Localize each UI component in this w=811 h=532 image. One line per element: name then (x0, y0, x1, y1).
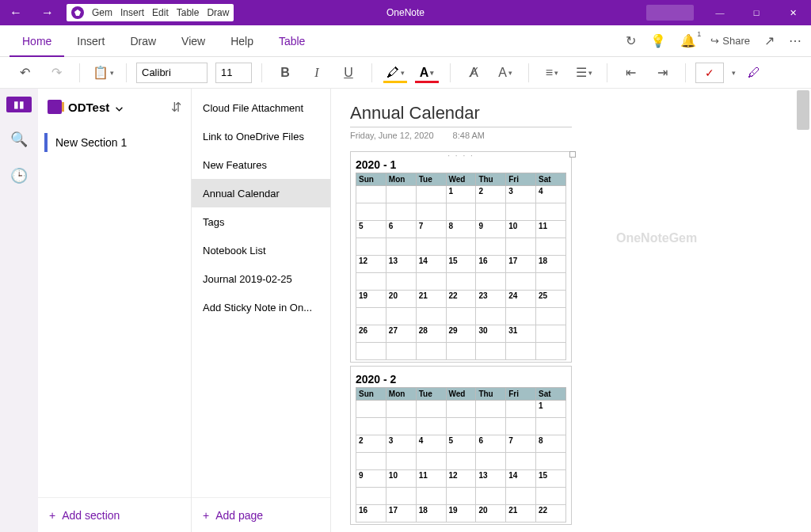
calendar-cell[interactable] (536, 453, 566, 470)
calendar-cell[interactable]: 28 (416, 325, 446, 343)
calendar-cell[interactable]: 5 (446, 435, 476, 453)
calendar-cell[interactable]: 24 (506, 291, 536, 308)
notebook-picker[interactable]: ODTest ⌵ (48, 100, 123, 114)
font-name-input[interactable] (136, 63, 208, 83)
calendar-cell[interactable]: 18 (536, 256, 566, 273)
clear-format-button[interactable]: A̸ (460, 61, 487, 85)
calendar-cell[interactable] (386, 401, 416, 418)
calendar-cell[interactable]: 31 (506, 325, 536, 343)
underline-button[interactable]: U (335, 61, 362, 85)
calendar-cell[interactable]: 27 (386, 325, 416, 343)
calendar-cell[interactable]: 13 (386, 256, 416, 273)
gem-menu-draw[interactable]: Draw (207, 7, 229, 18)
forward-button[interactable]: → (32, 0, 63, 25)
page-canvas[interactable]: OneNoteGem Annual Calendar Friday, June … (331, 89, 811, 532)
calendar-cell[interactable]: 3 (506, 186, 536, 203)
calendar-cell[interactable]: 7 (416, 221, 446, 238)
indent-button[interactable]: ⇥ (649, 61, 676, 85)
calendar-cell[interactable]: 16 (356, 505, 386, 522)
page-title[interactable]: Annual Calendar (350, 103, 792, 127)
calendar-cell[interactable] (356, 401, 386, 418)
lightbulb-icon[interactable]: 💡 (650, 33, 666, 48)
calendar-cell[interactable]: 7 (506, 435, 536, 453)
calendar-cell[interactable] (476, 343, 506, 360)
calendar-cell[interactable] (536, 325, 566, 343)
calendar-cell[interactable] (386, 238, 416, 256)
bold-button[interactable]: B (272, 61, 299, 85)
calendar-cell[interactable] (506, 401, 536, 418)
back-button[interactable]: ← (0, 0, 32, 25)
calendar-cell[interactable] (416, 453, 446, 470)
calendar-cell[interactable]: 17 (506, 256, 536, 273)
todo-dropdown[interactable]: ▾ (732, 69, 736, 77)
calendar-cell[interactable] (506, 238, 536, 256)
scrollbar-thumb[interactable] (797, 90, 809, 130)
fullscreen-icon[interactable]: ↗ (764, 33, 775, 48)
calendar-cell[interactable] (386, 308, 416, 325)
calendar-cell[interactable] (506, 418, 536, 435)
calendar-cell[interactable]: 4 (536, 186, 566, 203)
calendar-cell[interactable] (356, 238, 386, 256)
calendar-cell[interactable] (416, 308, 446, 325)
calendar-cell[interactable]: 13 (476, 470, 506, 488)
calendar-cell[interactable]: 10 (386, 470, 416, 488)
tab-draw[interactable]: Draw (117, 25, 169, 57)
calendar-cell[interactable] (446, 238, 476, 256)
calendar-cell[interactable] (356, 186, 386, 203)
calendar-cell[interactable]: 20 (476, 505, 506, 522)
maximize-button[interactable]: □ (738, 0, 775, 25)
calendar-cell[interactable] (386, 418, 416, 435)
gem-menu-edit[interactable]: Edit (152, 7, 169, 18)
calendar-cell[interactable]: 10 (506, 221, 536, 238)
calendar-cell[interactable] (476, 418, 506, 435)
calendar-cell[interactable] (476, 453, 506, 470)
calendar-cell[interactable] (446, 401, 476, 418)
calendar-cell[interactable] (506, 308, 536, 325)
styles-button[interactable]: A▾ (492, 61, 519, 85)
gem-menu-insert[interactable]: Insert (120, 7, 144, 18)
calendar-cell[interactable] (356, 453, 386, 470)
todo-tag-button[interactable]: ✓ (695, 63, 724, 83)
gem-menu-table[interactable]: Table (177, 7, 200, 18)
container-grip[interactable]: · · · · (447, 151, 474, 160)
calendar-cell[interactable] (386, 203, 416, 221)
calendar-cell[interactable]: 12 (356, 256, 386, 273)
calendar-cell[interactable]: 22 (446, 291, 476, 308)
calendar-cell[interactable] (386, 273, 416, 291)
calendar-cell[interactable] (356, 488, 386, 505)
page-item[interactable]: Annual Calendar (192, 179, 330, 207)
calendar-cell[interactable] (476, 203, 506, 221)
calendar-cell[interactable] (356, 273, 386, 291)
bell-icon[interactable]: 🔔1 (680, 33, 696, 48)
calendar-cell[interactable]: 9 (356, 470, 386, 488)
outdent-button[interactable]: ⇤ (617, 61, 644, 85)
page-item[interactable]: Notebook List (192, 236, 330, 264)
calendar-cell[interactable] (536, 343, 566, 360)
close-button[interactable]: ✕ (775, 0, 811, 25)
calendar-cell[interactable]: 2 (476, 186, 506, 203)
notebooks-icon[interactable]: ▮▮ (6, 97, 32, 112)
calendar-container[interactable]: 2020 - 2SunMonTueWedThuFriSat12345678910… (350, 366, 572, 525)
calendar-cell[interactable]: 12 (446, 470, 476, 488)
highlight-button[interactable]: 🖍▾ (382, 61, 409, 85)
calendar-cell[interactable]: 29 (446, 325, 476, 343)
container-anchor[interactable] (569, 151, 576, 158)
calendar-cell[interactable]: 21 (506, 505, 536, 522)
calendar-cell[interactable]: 14 (416, 256, 446, 273)
calendar-cell[interactable] (506, 273, 536, 291)
calendar-table[interactable]: SunMonTueWedThuFriSat1234567891011121314… (356, 387, 566, 522)
calendar-cell[interactable] (536, 203, 566, 221)
calendar-cell[interactable] (416, 488, 446, 505)
calendar-cell[interactable]: 8 (446, 221, 476, 238)
calendar-cell[interactable]: 11 (536, 221, 566, 238)
page-item[interactable]: Link to OneDrive Files (192, 122, 330, 150)
calendar-cell[interactable] (446, 488, 476, 505)
calendar-cell[interactable] (386, 186, 416, 203)
calendar-cell[interactable]: 16 (476, 256, 506, 273)
redo-button[interactable]: ↷ (43, 61, 70, 85)
calendar-cell[interactable] (356, 203, 386, 221)
page-item[interactable]: New Features (192, 150, 330, 179)
calendar-cell[interactable] (476, 488, 506, 505)
calendar-cell[interactable]: 20 (386, 291, 416, 308)
add-section-button[interactable]: + Add section (38, 497, 191, 532)
